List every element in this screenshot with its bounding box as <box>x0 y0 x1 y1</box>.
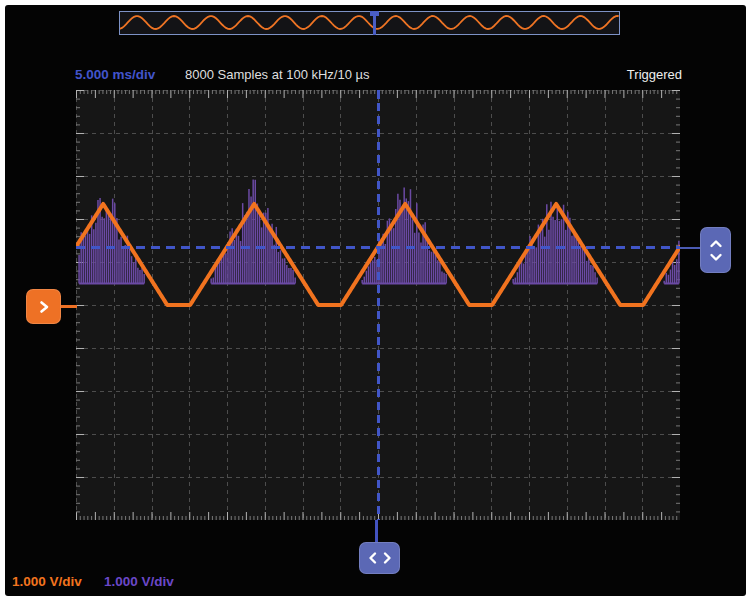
trigger-level-connector <box>679 247 701 249</box>
chevron-right-icon <box>382 550 393 566</box>
oscilloscope-app: 5.000 ms/div 8000 Samples at 100 kHz/10 … <box>5 5 746 596</box>
chevron-left-icon <box>367 550 378 566</box>
sample-info-label: 8000 Samples at 100 kHz/10 µs <box>185 67 370 85</box>
trigger-marker-cap <box>370 11 379 16</box>
trigger-position-connector <box>375 520 378 543</box>
chevron-down-icon <box>708 252 724 263</box>
timebase-label: 5.000 ms/div <box>75 67 155 85</box>
trigger-position-line[interactable] <box>377 90 380 520</box>
trigger-status-label: Triggered <box>627 67 682 85</box>
ch1-offset-connector <box>60 305 77 308</box>
ch2-scale-label: 1.000 V/div <box>104 574 174 592</box>
trigger-level-handle[interactable] <box>700 227 731 273</box>
trigger-position-handle[interactable] <box>359 542 400 574</box>
trigger-position-marker[interactable] <box>370 11 379 35</box>
ch1-scale-label: 1.000 V/div <box>12 574 82 592</box>
chevron-up-icon <box>708 238 724 249</box>
chevron-right-icon <box>37 300 51 314</box>
acquisition-preview-strip[interactable] <box>119 11 620 35</box>
ch1-offset-handle[interactable] <box>26 289 61 324</box>
scope-display[interactable] <box>76 90 680 520</box>
